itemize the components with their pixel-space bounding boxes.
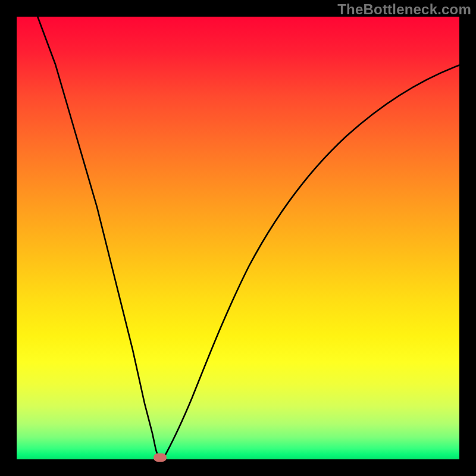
curve-right-branch — [164, 64, 462, 457]
plot-area — [17, 17, 459, 459]
watermark-text: TheBottleneck.com — [337, 1, 471, 18]
minimum-marker — [154, 453, 167, 462]
bottleneck-curve — [17, 17, 459, 459]
chart-frame: TheBottleneck.com — [0, 0, 476, 476]
curve-left-branch — [36, 13, 158, 457]
